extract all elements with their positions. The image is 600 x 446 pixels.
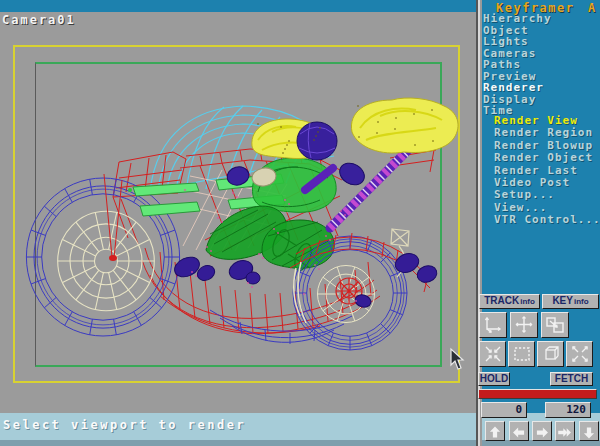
current-frame-field[interactable]: 0 (481, 402, 527, 418)
zoom-region-icon (544, 315, 566, 335)
track-suffix: info (520, 297, 535, 306)
compress-arrows-icon (483, 344, 503, 364)
up-arrow-icon (486, 424, 504, 441)
side-panel: Keyframer A Hierarchy Object Lights Came… (478, 0, 600, 446)
double-right-arrow-icon (556, 424, 574, 441)
cube-icon (541, 344, 561, 364)
compress-button[interactable] (479, 341, 506, 367)
main-menu: Hierarchy Object Lights Cameras Paths Pr… (483, 13, 552, 117)
marquee-rect-icon (512, 344, 532, 364)
camera-viewport[interactable]: Camera01 (0, 12, 476, 413)
down-arrow-icon (580, 424, 598, 441)
command-setup[interactable]: Setup... (494, 189, 600, 201)
axes-icon (482, 315, 504, 335)
corner-indicator: A (588, 1, 595, 15)
track-label: TRACK (484, 295, 519, 306)
frame-back-button[interactable] (509, 421, 529, 441)
track-axes-button[interactable] (479, 312, 507, 338)
cube-button[interactable] (537, 341, 564, 367)
track-info-button[interactable]: TRACKinfo (479, 294, 540, 309)
expand-button[interactable] (566, 341, 593, 367)
move-button[interactable] (510, 312, 538, 338)
rear-wheel-wireframe (26, 178, 179, 336)
command-render-region[interactable]: Render Region (494, 127, 600, 139)
key-suffix: info (574, 297, 589, 306)
marquee-button[interactable] (508, 341, 535, 367)
app-window: Camera01 (0, 0, 600, 446)
menu-item-lights[interactable]: Lights (483, 36, 552, 48)
mouse-cursor (451, 349, 463, 369)
command-render-object[interactable]: Render Object (494, 152, 600, 164)
key-info-button[interactable]: KEYinfo (542, 294, 599, 309)
command-vtr-control[interactable]: VTR Control... (494, 214, 600, 226)
menu-item-paths[interactable]: Paths (483, 59, 552, 71)
zoom-region-button[interactable] (541, 312, 569, 338)
yellow-tree-blob (351, 98, 458, 153)
frame-slider[interactable] (478, 389, 597, 399)
wireframe-motorcycle-scene (0, 12, 476, 413)
expand-arrows-icon (570, 344, 590, 364)
menu-item-renderer[interactable]: Renderer (483, 82, 552, 94)
frame-forward-button[interactable] (532, 421, 552, 441)
frame-up-button[interactable] (485, 421, 505, 441)
frame-fast-forward-button[interactable] (555, 421, 575, 441)
status-message: Select viewport to render (3, 418, 246, 432)
key-label: KEY (552, 295, 573, 306)
move-cross-icon (513, 315, 535, 335)
left-arrow-icon (510, 424, 528, 441)
menu-item-hierarchy[interactable]: Hierarchy (483, 13, 552, 25)
end-frame-field[interactable]: 120 (545, 402, 591, 418)
hold-button[interactable]: HOLD (478, 372, 510, 386)
right-arrow-icon (533, 424, 551, 441)
renderer-command-menu: Render View Render Region Render Blowup … (494, 115, 600, 227)
fetch-button[interactable]: FETCH (550, 372, 593, 386)
frame-down-button[interactable] (579, 421, 599, 441)
